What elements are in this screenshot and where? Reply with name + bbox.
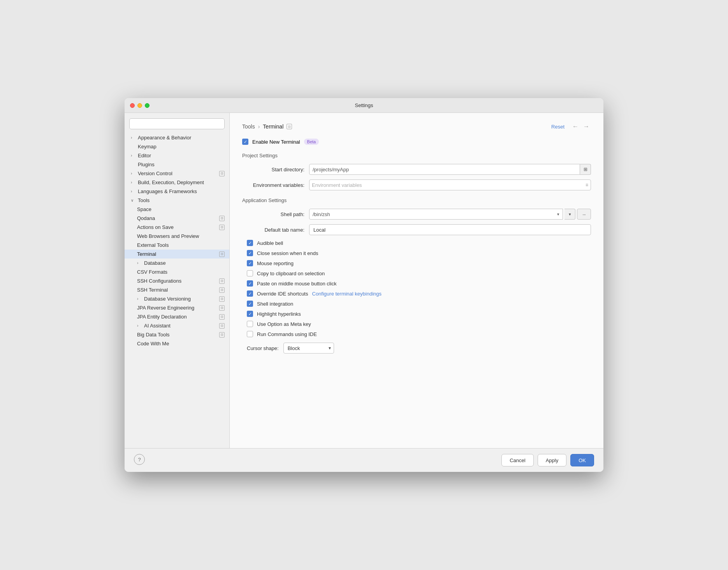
content-header: Tools › Terminal ⊡ Reset ← → xyxy=(242,122,591,131)
start-directory-browse-button[interactable]: ⊞ xyxy=(580,164,591,175)
shell-path-value: /bin/zsh xyxy=(313,211,330,217)
default-tab-input[interactable] xyxy=(309,224,591,235)
sidebar-item-appearance[interactable]: › Appearance & Behavior xyxy=(125,133,229,142)
sidebar-item-web-browsers-label: Web Browsers and Preview xyxy=(137,233,199,239)
pin-icon: ⊡ xyxy=(219,278,225,284)
back-button[interactable]: ← xyxy=(571,122,580,131)
sidebar-item-qodana[interactable]: Qodana ⊡ xyxy=(125,214,229,223)
env-variables-input-wrapper[interactable]: Environment variables ≡ xyxy=(309,179,591,190)
sidebar-item-build[interactable]: › Build, Execution, Deployment xyxy=(125,178,229,187)
mouse-reporting-checkbox[interactable]: ✓ xyxy=(247,260,253,266)
shell-dropdown-button[interactable]: ▾ xyxy=(564,209,575,220)
highlight-hyperlinks-label: Highlight hyperlinks xyxy=(257,311,301,317)
audible-bell-label: Audible bell xyxy=(257,240,283,246)
sidebar-item-big-data-tools[interactable]: Big Data Tools ⊡ xyxy=(125,330,229,339)
sidebar-item-space[interactable]: Space xyxy=(125,205,229,214)
nav-arrows: ← → xyxy=(571,122,591,131)
copy-clipboard-checkbox[interactable] xyxy=(247,270,253,276)
chevron-down-icon: ∨ xyxy=(131,198,135,202)
run-commands-checkbox[interactable] xyxy=(247,331,253,337)
highlight-hyperlinks-checkbox[interactable]: ✓ xyxy=(247,311,253,317)
cursor-shape-select[interactable]: Block Underline Beam xyxy=(283,343,334,354)
sidebar-item-code-with-me[interactable]: Code With Me xyxy=(125,339,229,348)
sidebar-item-csv-formats[interactable]: CSV Formats xyxy=(125,267,229,276)
sidebar-item-keymap[interactable]: Keymap xyxy=(125,142,229,151)
sidebar-item-database[interactable]: › Database xyxy=(125,259,229,267)
app-settings-title: Application Settings xyxy=(242,197,591,203)
sidebar-item-editor-label: Editor xyxy=(138,153,151,158)
chevron-right-icon: › xyxy=(131,153,135,158)
sidebar-item-ssh-configurations[interactable]: SSH Configurations ⊡ xyxy=(125,276,229,285)
forward-button[interactable]: → xyxy=(582,122,591,131)
shell-path-input[interactable]: /bin/zsh ▾ xyxy=(309,209,563,220)
close-button[interactable] xyxy=(130,103,135,108)
configure-keybindings-link[interactable]: Configure terminal keybindings xyxy=(312,291,382,297)
sidebar-item-languages[interactable]: › Languages & Frameworks xyxy=(125,187,229,196)
use-option-meta-label: Use Option as Meta key xyxy=(257,321,311,327)
sidebar-item-web-browsers[interactable]: Web Browsers and Preview xyxy=(125,232,229,241)
checkbox-row-audible-bell: ✓ Audible bell xyxy=(247,240,591,246)
sidebar: ⌕ › Appearance & Behavior Keymap › Edito… xyxy=(125,113,230,448)
chevron-right-icon: › xyxy=(131,180,135,185)
pin-icon: ⊡ xyxy=(219,171,225,176)
close-session-checkbox[interactable]: ✓ xyxy=(247,250,253,256)
titlebar: Settings xyxy=(125,98,603,113)
folder-icon: ⊞ xyxy=(584,167,587,172)
sidebar-item-ai-assistant[interactable]: › AI Assistant ⊡ xyxy=(125,321,229,330)
sidebar-item-jpa-entity[interactable]: JPA Entity Declaration ⊡ xyxy=(125,312,229,321)
sidebar-item-plugins[interactable]: Plugins xyxy=(125,160,229,169)
breadcrumb: Tools › Terminal ⊡ xyxy=(242,123,292,130)
chevron-right-icon: › xyxy=(137,297,142,301)
enable-terminal-checkbox[interactable]: ✓ xyxy=(242,139,248,145)
start-directory-input[interactable] xyxy=(309,164,580,175)
sidebar-item-database-versioning[interactable]: › Database Versioning ⊡ xyxy=(125,294,229,303)
sidebar-item-plugins-label: Plugins xyxy=(138,162,155,167)
breadcrumb-separator: › xyxy=(258,123,260,130)
sidebar-item-tools[interactable]: ∨ Tools xyxy=(125,196,229,205)
cursor-shape-select-wrapper: Block Underline Beam xyxy=(283,343,334,354)
sidebar-item-db-versioning-label: Database Versioning xyxy=(144,296,191,302)
sidebar-item-external-tools[interactable]: External Tools xyxy=(125,241,229,250)
reset-button[interactable]: Reset xyxy=(551,124,564,130)
pin-icon: ⊡ xyxy=(219,323,225,329)
sidebar-item-terminal[interactable]: Terminal ⊡ xyxy=(125,250,229,259)
sidebar-item-space-label: Space xyxy=(137,206,151,212)
search-input[interactable] xyxy=(129,118,225,129)
apply-button[interactable]: Apply xyxy=(538,454,567,466)
sidebar-item-qodana-label: Qodana xyxy=(137,215,155,221)
sidebar-item-jpa-entity-label: JPA Entity Declaration xyxy=(137,314,187,320)
sidebar-item-editor[interactable]: › Editor xyxy=(125,151,229,160)
sidebar-item-actions-label: Actions on Save xyxy=(137,224,174,230)
env-variables-button[interactable]: ≡ xyxy=(586,182,588,188)
checkbox-row-use-option-meta: Use Option as Meta key xyxy=(247,321,591,327)
checkbox-row-override-shortcuts: ✓ Override IDE shortcuts Configure termi… xyxy=(247,290,591,297)
sidebar-item-jpa-reverse[interactable]: JPA Reverse Engineering ⊡ xyxy=(125,303,229,312)
close-session-label: Close session when it ends xyxy=(257,250,318,256)
shell-more-button[interactable]: ··· xyxy=(577,209,591,220)
ok-button[interactable]: OK xyxy=(570,454,594,466)
maximize-button[interactable] xyxy=(145,103,149,108)
env-variables-label: Environment variables: xyxy=(242,182,304,188)
search-container: ⌕ xyxy=(125,116,229,133)
sidebar-item-actions-on-save[interactable]: Actions on Save ⊡ xyxy=(125,223,229,232)
use-option-meta-checkbox[interactable] xyxy=(247,321,253,327)
audible-bell-checkbox[interactable]: ✓ xyxy=(247,240,253,246)
enable-terminal-label: Enable New Terminal xyxy=(252,139,300,145)
minimize-button[interactable] xyxy=(137,103,142,108)
sidebar-item-database-label: Database xyxy=(144,260,166,266)
default-tab-label: Default tab name: xyxy=(242,227,304,233)
shell-integration-checkbox[interactable]: ✓ xyxy=(247,301,253,307)
pin-icon: ⊡ xyxy=(219,305,225,311)
paste-middle-checkbox[interactable]: ✓ xyxy=(247,280,253,287)
sidebar-item-keymap-label: Keymap xyxy=(138,144,157,150)
sidebar-item-terminal-label: Terminal xyxy=(137,251,156,257)
checkbox-row-close-session: ✓ Close session when it ends xyxy=(247,250,591,256)
sidebar-item-ssh-terminal[interactable]: SSH Terminal ⊡ xyxy=(125,285,229,294)
breadcrumb-pin-icon[interactable]: ⊡ xyxy=(287,124,292,129)
override-shortcuts-checkbox[interactable]: ✓ xyxy=(247,290,253,297)
chevron-right-icon: › xyxy=(131,135,135,140)
cancel-button[interactable]: Cancel xyxy=(501,454,533,466)
sidebar-item-version-control[interactable]: › Version Control ⊡ xyxy=(125,169,229,178)
help-button[interactable]: ? xyxy=(134,454,145,465)
run-commands-label: Run Commands using IDE xyxy=(257,331,317,337)
